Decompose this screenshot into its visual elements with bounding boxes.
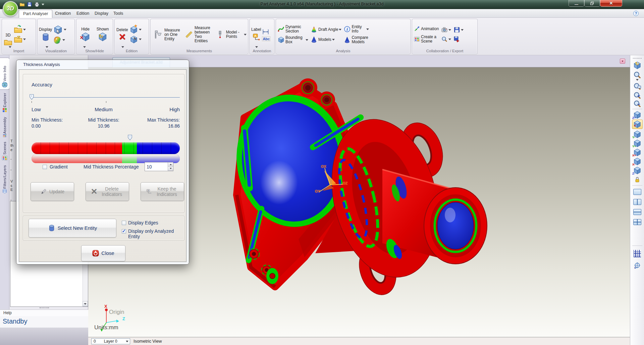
dropdown-arrow-icon[interactable] [306, 39, 308, 41]
dropdown-arrow-icon[interactable] [23, 29, 26, 30]
select-new-entity-button[interactable]: Select New Entity [29, 219, 116, 237]
gradient-checkbox[interactable] [43, 165, 47, 169]
cylinder-display-icon[interactable] [41, 33, 50, 42]
tab-edition[interactable]: Edition [72, 10, 93, 18]
measure-between-button[interactable]: Measure between Two Entities [195, 26, 215, 43]
accuracy-slider-track[interactable] [32, 97, 180, 98]
create-entity-button[interactable]: ★ [129, 25, 142, 34]
draft-angle-button[interactable]: Draft Angle [310, 26, 341, 33]
display-only-analyzed-checkbox[interactable] [122, 229, 126, 233]
dynamic-section-button[interactable]: Dynamic Section [277, 25, 308, 33]
tab-tools[interactable]: Tools [109, 10, 127, 18]
import-options-button[interactable]: ⚒ [14, 35, 26, 44]
view-z-plus-button[interactable]: Z+ [632, 110, 643, 120]
dropdown-arrow-icon[interactable] [244, 34, 247, 36]
rotate-view-button[interactable]: ↻ [632, 61, 643, 70]
help-button[interactable]: ? [633, 11, 639, 16]
hide-button[interactable]: Hide ✕ [80, 27, 91, 42]
sidebar-tab-assembly[interactable]: Assembly [0, 116, 9, 139]
delete-indicators-button[interactable]: ✕ Delete Indicators [86, 182, 129, 201]
zoom-options-button[interactable] [632, 78, 643, 81]
app-logo-button[interactable]: 3D [3, 1, 18, 16]
sidebar-tab-filters-layers[interactable]: Filters/Layers [0, 164, 9, 195]
dropdown-arrow-icon[interactable] [64, 29, 66, 30]
view-y-plus-button[interactable]: Y+ [632, 139, 643, 148]
tab-creation[interactable]: Creation [51, 10, 75, 18]
dropdown-arrow-icon[interactable] [448, 29, 451, 31]
measure-one-entity-button[interactable]: Measure on One Entity [164, 28, 183, 41]
sidebar-tab-explorer[interactable]: Explorer [0, 91, 9, 114]
export-button[interactable] [453, 26, 464, 33]
ruler-icon[interactable] [185, 30, 193, 39]
workplane-button[interactable] [632, 261, 643, 270]
mid-thickness-percentage-input[interactable] [145, 162, 168, 171]
zoom-out-button[interactable]: − [632, 99, 643, 109]
abc-annotation-button[interactable]: Abc [262, 37, 270, 41]
dropdown-arrow-icon[interactable] [448, 39, 451, 40]
auto-hide-pin-icon[interactable] [620, 59, 625, 64]
group-expand-icon[interactable] [46, 46, 48, 48]
render-style-button[interactable] [53, 36, 66, 45]
viewport-split-horizontal-button[interactable] [632, 207, 643, 217]
preview-button[interactable] [441, 36, 451, 43]
view-isometric-button[interactable]: ↙ [632, 120, 643, 129]
dropdown-arrow-icon[interactable] [339, 29, 341, 30]
minimize-button[interactable]: — [569, 0, 584, 7]
export-scene-button[interactable] [453, 36, 464, 43]
create-scene-button[interactable]: Create a Scene [414, 35, 439, 44]
accuracy-slider-handle[interactable] [30, 94, 34, 100]
dropdown-arrow-icon[interactable] [139, 29, 142, 30]
dropdown-arrow-icon[interactable] [366, 28, 369, 30]
dropdown-arrow-icon[interactable] [332, 39, 335, 41]
layer-select[interactable]: 0 Layer 0 [91, 338, 130, 344]
dropdown-arrow-icon[interactable] [461, 29, 464, 31]
entity-info-button[interactable]: Entity Info [343, 25, 371, 33]
toolbar-grip[interactable] [633, 58, 642, 59]
display-edges-checkbox[interactable] [122, 221, 126, 225]
view-y-minus-button[interactable]: Y- [632, 130, 643, 139]
keep-indicators-button[interactable]: Keep the Indicators [141, 182, 184, 201]
panel-resize-grip[interactable] [40, 307, 49, 308]
dropdown-arrow-icon[interactable] [62, 39, 65, 41]
dropdown-arrow-icon[interactable] [23, 39, 26, 40]
sidebar-tab-scenes[interactable]: Scenes [0, 140, 9, 162]
import-button[interactable]: ↷ [14, 25, 26, 34]
view-x-plus-button[interactable]: X+ [632, 148, 643, 157]
close-button[interactable]: Close [81, 245, 125, 261]
colorbar-marker[interactable] [128, 135, 132, 140]
group-expand-icon[interactable] [255, 46, 258, 48]
label-tag-icon[interactable] [252, 33, 261, 42]
tab-part-analyser[interactable]: Part Analyser [19, 10, 52, 18]
shown-button[interactable]: Shown ↻ [96, 27, 109, 42]
bounding-box-button[interactable]: Bounding Box [277, 36, 308, 44]
caliper-icon[interactable] [153, 29, 163, 40]
spinner-down-button[interactable] [168, 167, 173, 171]
grid-button[interactable] [632, 249, 643, 258]
zoom-in-button[interactable]: + [632, 91, 643, 100]
lock-view-button[interactable] [632, 175, 643, 184]
viewport-single-button[interactable] [632, 187, 643, 197]
snapshot-button[interactable] [441, 26, 451, 33]
model-points-button[interactable]: Model - Points [226, 30, 242, 39]
dimension-icon[interactable] [262, 28, 269, 36]
dropdown-arrow-icon[interactable] [126, 341, 128, 342]
sidebar-tab-vero-info[interactable]: Vero Info [0, 58, 10, 90]
selection-display-button[interactable] [53, 25, 66, 35]
restore-button[interactable] [584, 0, 600, 7]
group-expand-icon[interactable] [121, 46, 124, 48]
group-expand-icon[interactable] [9, 46, 11, 48]
models-button[interactable]: Models [310, 36, 341, 43]
dropdown-arrow-icon[interactable] [139, 39, 142, 40]
label-button[interactable]: Label [251, 27, 261, 32]
display-label[interactable]: Display [39, 27, 52, 32]
view-z-minus-button[interactable]: Z- [632, 166, 643, 175]
edit-entity-button[interactable]: ✎ [129, 35, 142, 44]
delete-button[interactable]: Delete ✕ [116, 27, 128, 42]
close-window-button[interactable]: ✕ [600, 0, 622, 7]
viewport-split-vertical-button[interactable] [632, 197, 643, 207]
compare-models-button[interactable]: Compare Models [343, 36, 371, 44]
scroll-down-button[interactable] [83, 301, 88, 306]
spinner-up-button[interactable] [168, 162, 173, 167]
zoom-window-button[interactable] [632, 82, 643, 91]
open-3d-button[interactable]: 3D [3, 33, 13, 47]
